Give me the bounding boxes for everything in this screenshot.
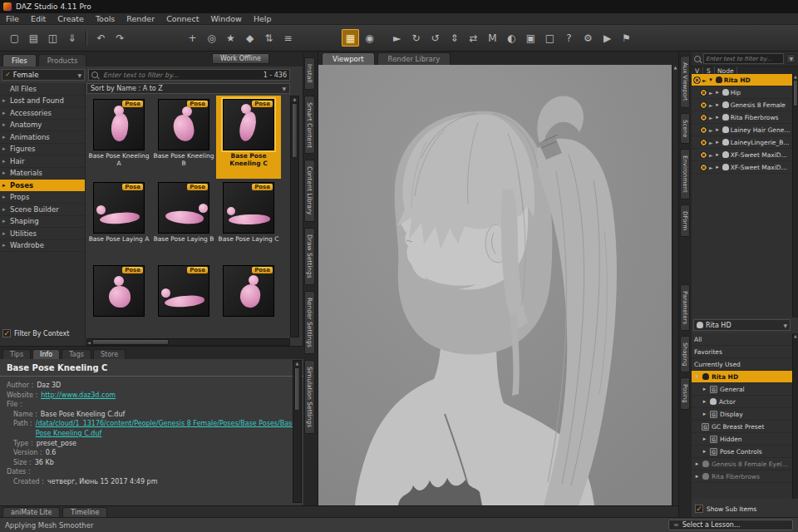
pane-tab-simulation-settings[interactable]: Simulation Settings — [304, 360, 315, 434]
expand-caret-icon[interactable]: ▸ — [702, 398, 707, 405]
website-link[interactable]: http://www.daz3d.com — [41, 391, 116, 401]
parameter-group[interactable]: ▸GGeneral — [692, 383, 792, 396]
measure-tool-icon[interactable]: M — [484, 29, 501, 47]
scene-node[interactable]: ►▸LaineyLingerie_B... — [692, 136, 792, 149]
selection-cursor-icon[interactable]: ► — [709, 127, 713, 133]
menu-help[interactable]: Help — [248, 14, 278, 23]
visibility-eye-icon[interactable] — [700, 89, 707, 96]
tab-viewport[interactable]: Viewport — [322, 52, 375, 65]
menu-edit[interactable]: Edit — [25, 14, 52, 23]
expand-caret-icon[interactable]: ▸ — [702, 448, 707, 455]
pane-tab-environment[interactable]: Environment — [680, 149, 690, 200]
pose-item[interactable]: PoseBase Pose Kneeling A — [86, 96, 151, 179]
category-lost-and-found[interactable]: ▸Lost and Found — [0, 96, 85, 108]
content-filter-input[interactable] — [101, 71, 260, 80]
tab-files[interactable]: Files — [2, 54, 37, 66]
category-hair[interactable]: ▸Hair — [0, 155, 85, 168]
menu-create[interactable]: Create — [52, 14, 90, 23]
parameter-group[interactable]: ▸Actor — [692, 396, 792, 408]
paint-tool-icon[interactable]: ◐ — [503, 29, 520, 47]
category-wardrobe[interactable]: ▸Wardrobe — [0, 240, 85, 253]
selection-cursor-icon[interactable]: ► — [709, 102, 713, 108]
pane-tab-smart-content[interactable]: Smart Content — [304, 96, 315, 155]
scene-node[interactable]: ►▸XF-Sweet MaxiD... — [692, 161, 792, 174]
expand-caret-icon[interactable]: ▸ — [715, 126, 721, 133]
menu-connect[interactable]: Connect — [160, 14, 204, 23]
scrollbar-thumb[interactable] — [793, 80, 798, 106]
category-scene-builder[interactable]: ▸Scene Builder — [0, 204, 85, 216]
selection-cursor-icon[interactable]: ► — [709, 140, 713, 145]
selection-cursor-icon[interactable]: ► — [709, 90, 713, 96]
settings-icon[interactable]: ⚙ — [579, 29, 597, 47]
grid-horizontal-scrollbar[interactable]: ◄ — [86, 338, 290, 346]
scene-filter-input[interactable] — [703, 53, 784, 64]
align-tool-icon[interactable]: ≡ — [279, 29, 297, 47]
menu-render[interactable]: Render — [121, 14, 160, 23]
parameter-group[interactable]: ▸GDisplay — [692, 408, 792, 421]
parameter-group[interactable]: ▸Rita Fiberbrows — [692, 470, 792, 483]
figure-filter-dropdown[interactable]: ✓ Female ▼ — [2, 69, 85, 81]
visibility-eye-icon[interactable] — [700, 126, 707, 134]
save-file-icon[interactable]: ◫ — [44, 29, 62, 47]
expand-caret-icon[interactable]: ▾ — [708, 76, 714, 83]
tab-products[interactable]: Products — [38, 54, 87, 66]
smart-content-icon[interactable]: ▦ — [342, 29, 359, 47]
scene-scrollbar[interactable]: ▲ — [792, 74, 798, 318]
pane-tab-install[interactable]: Install — [304, 57, 315, 90]
pane-tab-draw-settings[interactable]: Draw Settings — [304, 228, 315, 285]
translate-tool-icon[interactable]: ⇕ — [446, 29, 463, 47]
parameter-group[interactable]: Favorites — [692, 346, 792, 358]
parameter-group[interactable]: Currently Used — [692, 358, 792, 371]
show-sub-items-checkbox[interactable]: ✓ — [695, 505, 703, 513]
orbit-tool-icon[interactable]: ↺ — [426, 29, 444, 47]
scrollbar-thumb[interactable] — [92, 339, 169, 345]
info-scrollbar[interactable]: ▲ — [293, 360, 302, 503]
pane-tab-render-settings[interactable]: Render Settings — [304, 291, 315, 354]
pane-tab-shaping[interactable]: Shaping — [680, 336, 690, 372]
new-file-icon[interactable]: ▢ — [6, 29, 23, 47]
pane-tab-posing[interactable]: Posing — [680, 377, 690, 410]
tab-tips[interactable]: Tips — [2, 349, 31, 359]
expand-caret-icon[interactable]: ▸ — [715, 89, 721, 96]
file-path-link[interactable]: /data/cloud/1_13176/content/People/Genes… — [36, 419, 297, 438]
visibility-eye-icon[interactable] — [693, 76, 701, 84]
expand-caret-icon[interactable]: ▸ — [702, 411, 707, 417]
scrollbar-thumb[interactable] — [292, 103, 298, 158]
create-node-icon[interactable]: + — [184, 29, 201, 47]
visibility-eye-icon[interactable] — [700, 101, 707, 109]
scene-node[interactable]: ►▸XF-Sweet MaxiD... — [692, 149, 792, 161]
scroll-up-icon[interactable]: ▲ — [293, 96, 297, 101]
menu-file[interactable]: File — [0, 14, 25, 23]
scene-node[interactable]: ►▾Rita HD — [692, 74, 792, 86]
category-anatomy[interactable]: ▸Anatomy — [0, 120, 85, 132]
selection-cursor-icon[interactable]: ► — [709, 165, 713, 170]
grid-vertical-scrollbar[interactable]: ▲ — [290, 96, 299, 337]
category-props[interactable]: ▸Props — [0, 192, 85, 204]
surface-selection-icon[interactable]: ◉ — [361, 29, 378, 47]
pane-tab-dform[interactable]: DForm — [680, 204, 690, 237]
scroll-up-icon[interactable]: ▲ — [794, 74, 797, 79]
pane-tab-scene[interactable]: Scene — [680, 113, 690, 144]
expand-caret-icon[interactable]: ▸ — [702, 436, 707, 442]
scroll-up-icon[interactable]: ▲ — [794, 333, 797, 338]
import-file-icon[interactable]: ⇓ — [63, 29, 81, 47]
tab-info[interactable]: Info — [32, 349, 60, 359]
pane-tab-parameters[interactable]: Parameters — [680, 284, 690, 331]
category-materials[interactable]: ▸Materials — [0, 168, 85, 180]
pane-tab-content-library[interactable]: Content Library — [304, 160, 315, 221]
viewport-canvas[interactable] — [318, 65, 672, 505]
tab-timeline[interactable]: Timeline — [62, 507, 107, 517]
visibility-eye-icon[interactable] — [700, 114, 707, 121]
selection-cursor-icon[interactable]: ► — [709, 152, 713, 158]
expand-caret-icon[interactable]: ▸ — [715, 151, 721, 158]
viewport-scrollbar[interactable]: ▲ — [672, 65, 678, 505]
parameters-scrollbar[interactable]: ▲ — [792, 333, 798, 499]
create-light-icon[interactable]: ★ — [222, 29, 239, 47]
parameter-group[interactable]: ▸GHidden — [692, 433, 792, 446]
pose-item[interactable]: PoseBase Pose Laying B — [151, 179, 216, 262]
expand-caret-icon[interactable]: ▸ — [694, 461, 700, 467]
pointer-help-icon[interactable]: ? — [560, 29, 578, 47]
scene-node[interactable]: ►▸Hip — [692, 86, 792, 99]
rotate-tool-icon[interactable]: ↻ — [407, 29, 425, 47]
category-figures[interactable]: ▸Figures — [0, 144, 85, 156]
